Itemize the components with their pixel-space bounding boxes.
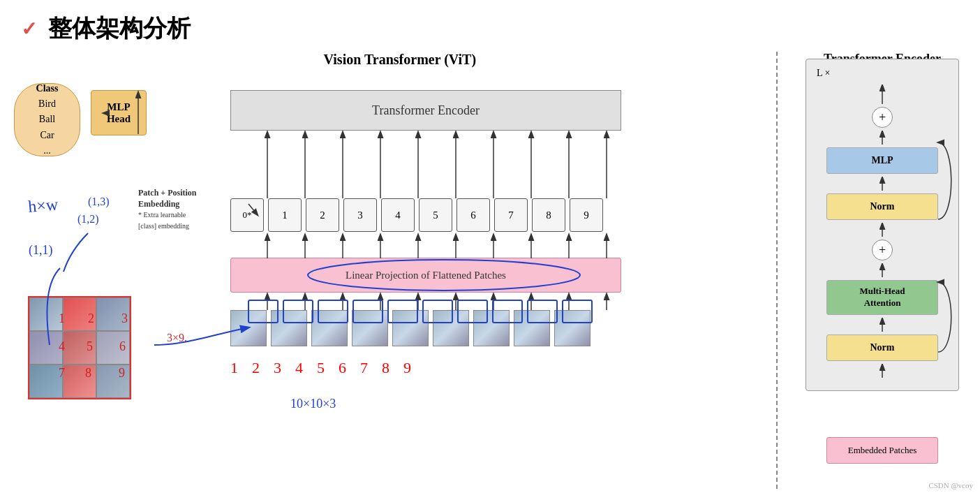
encoder-arrow-5 <box>872 263 893 277</box>
grid-cell-8 <box>63 365 96 398</box>
patch-6 <box>433 310 469 346</box>
encoder-plus-1: + <box>872 107 893 128</box>
encoder-outer-box: L × + <box>805 59 959 391</box>
watermark: CSDN @vcoy <box>928 481 973 490</box>
red-num-4: 4 <box>295 359 303 377</box>
header: ✓ 整体架构分析 <box>0 0 980 52</box>
grid-cell-4 <box>29 331 63 365</box>
class-item-dots: ... <box>43 143 51 159</box>
encoder-arrow-3 <box>872 177 893 191</box>
red-num-7: 7 <box>360 359 368 377</box>
image-grid <box>28 296 131 399</box>
class-item-car: Car <box>40 128 54 143</box>
mlp-head-box: MLPHead <box>91 90 147 135</box>
embedded-patches-container: Embedded Patches <box>826 434 938 464</box>
encoder-attention-box: Multi-HeadAttention <box>826 280 938 315</box>
svg-text:(1,3): (1,3) <box>88 196 110 208</box>
encoder-attn-label: Multi-HeadAttention <box>860 286 905 309</box>
mlp-head-label: MLPHead <box>107 101 131 125</box>
svg-text:(1,1): (1,1) <box>29 243 53 258</box>
encoder-norm1-label: Norm <box>870 201 895 212</box>
vit-title: Vision Transformer (ViT) <box>324 52 477 68</box>
patches-row <box>230 310 591 346</box>
red-num-1: 1 <box>230 359 238 377</box>
encoder-lx: L × <box>817 68 948 79</box>
svg-text:(1,2): (1,2) <box>77 213 99 226</box>
token-5: 5 <box>419 198 452 232</box>
grid-cell-2 <box>63 297 96 331</box>
token-1: 1 <box>268 198 302 232</box>
transformer-encoder-diagram: Transformer Encoder L × + <box>785 52 980 489</box>
encoder-arrow-7 <box>872 364 893 378</box>
red-num-5: 5 <box>317 359 325 377</box>
encoder-norm1-box: Norm <box>826 193 938 220</box>
red-num-2: 2 <box>252 359 260 377</box>
red-numbers-row: 1 2 3 4 5 6 7 8 9 <box>230 359 411 377</box>
tokens-row: 0* 1 2 3 4 5 6 7 8 9 <box>230 198 603 232</box>
grid-cell-5 <box>63 331 96 365</box>
transformer-encoder-box: Transformer Encoder <box>230 90 621 131</box>
grid-cell-9 <box>96 365 130 398</box>
token-2: 2 <box>306 198 339 232</box>
embedded-patches-box: Embedded Patches <box>826 437 938 464</box>
red-num-3: 3 <box>274 359 281 377</box>
patch-1 <box>230 310 267 346</box>
encoder-plus-2: + <box>872 240 893 260</box>
grid-cell-7 <box>29 365 63 398</box>
token-6: 6 <box>456 198 490 232</box>
page-title: 整体架构分析 <box>48 13 191 45</box>
main-content: Vision Transformer (ViT) Class Bird Ball… <box>0 52 980 489</box>
encoder-arrow-6 <box>872 318 893 332</box>
red-num-6: 6 <box>339 359 346 377</box>
patch-7 <box>473 310 510 346</box>
patch-4 <box>352 310 388 346</box>
encoder-norm2-box: Norm <box>826 334 938 361</box>
patch-embed-title: Patch + PositionEmbedding <box>138 188 197 209</box>
patch-3 <box>311 310 348 346</box>
token-8: 8 <box>532 198 565 232</box>
token-4: 4 <box>381 198 415 232</box>
svg-text:10×10×3: 10×10×3 <box>290 397 336 411</box>
patch-9 <box>554 310 591 346</box>
transformer-encoder-label: Transformer Encoder <box>372 103 480 118</box>
encoder-norm2-label: Norm <box>870 342 895 353</box>
class-item-bird: Bird <box>38 96 56 112</box>
class-item-ball: Ball <box>39 112 55 127</box>
section-divider <box>776 52 778 489</box>
class-title: Class <box>36 81 59 96</box>
grid-cell-1 <box>29 297 63 331</box>
class-box: Class Bird Ball Car ... <box>14 83 80 156</box>
grid-cell-6 <box>96 331 130 365</box>
svg-text:h×w: h×w <box>27 195 59 216</box>
red-num-9: 9 <box>403 359 411 377</box>
patch-5 <box>392 310 429 346</box>
svg-text:3×9.: 3×9. <box>167 332 187 344</box>
encoder-arrow-4 <box>872 223 893 237</box>
encoder-mlp-label: MLP <box>871 155 893 166</box>
vit-diagram: Vision Transformer (ViT) Class Bird Ball… <box>0 52 769 489</box>
token-0: 0* <box>230 198 264 232</box>
patch-embed-note: * Extra learnable[class] embedding <box>138 211 189 230</box>
encoder-top-arrow <box>872 84 893 104</box>
grid-cell-3 <box>96 297 130 331</box>
patch-embed-label: Patch + PositionEmbedding * Extra learna… <box>138 188 229 231</box>
check-icon: ✓ <box>21 17 37 41</box>
token-9: 9 <box>570 198 603 232</box>
linear-proj-box: Linear Projection of Flattened Patches <box>230 258 621 293</box>
token-3: 3 <box>343 198 377 232</box>
encoder-arrow-2 <box>872 131 893 145</box>
encoder-mlp-box: MLP <box>826 147 938 174</box>
patch-2 <box>271 310 307 346</box>
red-num-8: 8 <box>382 359 389 377</box>
embedded-patches-label: Embedded Patches <box>848 445 917 456</box>
patch-8 <box>514 310 550 346</box>
token-7: 7 <box>494 198 528 232</box>
linear-proj-label: Linear Projection of Flattened Patches <box>346 270 506 281</box>
